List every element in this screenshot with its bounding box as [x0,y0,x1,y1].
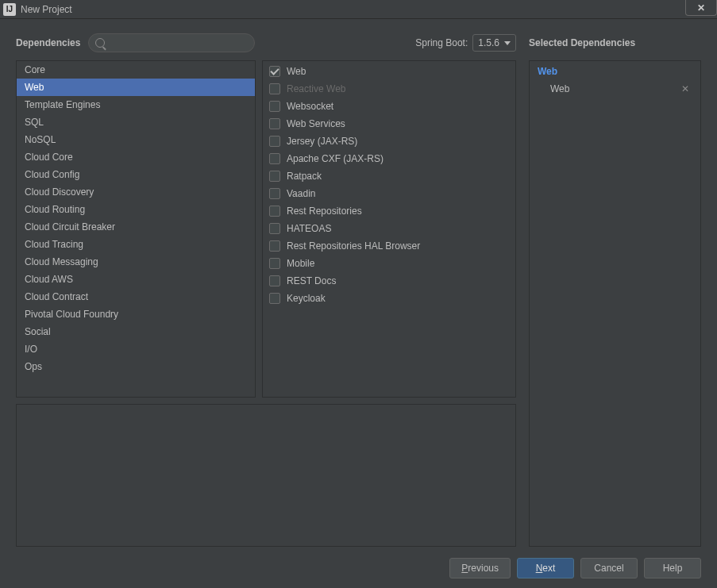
chevron-down-icon [504,41,511,45]
search-input[interactable] [108,37,248,48]
left-header: Dependencies Spring Boot: 1.5.6 [16,33,516,52]
selected-item-label: Web [550,83,569,94]
option-label: Mobile [287,256,314,271]
option-label: Keycloak [287,291,326,306]
close-button[interactable] [685,0,717,16]
category-item[interactable]: Cloud Config [17,166,255,183]
option-item[interactable]: Rest Repositories [263,202,515,220]
option-checkbox[interactable] [269,275,280,286]
option-label: Web [287,64,306,79]
category-item[interactable]: Ops [17,358,255,375]
category-item[interactable]: Cloud Tracing [17,236,255,253]
option-label: REST Docs [287,274,336,288]
option-item[interactable]: Jersey (JAX-RS) [263,133,515,150]
category-item[interactable]: NoSQL [17,131,255,148]
button-row: Previous Next Cancel Help [16,547,701,578]
spring-boot-label: Spring Boot: [415,37,468,48]
category-item[interactable]: Core [17,61,255,79]
option-checkbox[interactable] [269,223,280,234]
spring-boot-version-select[interactable]: 1.5.6 [472,34,516,52]
option-item[interactable]: REST Docs [263,272,515,290]
remove-icon[interactable]: ✕ [678,83,692,94]
window-title: New Project [21,4,72,15]
option-label: Web Services [287,117,345,131]
category-item[interactable]: Web [17,79,255,96]
options-list[interactable]: WebReactive WebWebsocketWeb ServicesJers… [262,60,516,398]
option-label: Jersey (JAX-RS) [287,134,357,148]
left-panel: Dependencies Spring Boot: 1.5.6 CoreWebT… [16,33,516,547]
option-item[interactable]: Mobile [263,255,515,272]
option-item[interactable]: Rest Repositories HAL Browser [263,237,515,255]
selected-dependencies-list: WebWeb✕ [529,60,701,547]
titlebar: IJ New Project [0,0,717,19]
main-area: Dependencies Spring Boot: 1.5.6 CoreWebT… [16,33,701,547]
category-item[interactable]: Cloud AWS [17,271,255,288]
option-label: Websocket [287,99,333,113]
option-item[interactable]: Web Services [263,115,515,133]
previous-button[interactable]: Previous [449,558,511,578]
category-item[interactable]: Cloud Routing [17,201,255,218]
right-panel: Selected Dependencies WebWeb✕ [529,33,701,547]
option-item[interactable]: Websocket [263,98,515,115]
option-checkbox[interactable] [269,171,280,182]
content: Dependencies Spring Boot: 1.5.6 CoreWebT… [0,19,717,588]
categories-list[interactable]: CoreWebTemplate EnginesSQLNoSQLCloud Cor… [16,60,256,398]
option-checkbox[interactable] [269,293,280,304]
option-checkbox[interactable] [269,188,280,199]
option-checkbox[interactable] [269,206,280,217]
option-item[interactable]: Ratpack [263,167,515,185]
selected-item: Web✕ [538,82,692,96]
option-item[interactable]: Vaadin [263,185,515,202]
cancel-button[interactable]: Cancel [580,558,638,578]
option-item[interactable]: HATEOAS [263,220,515,237]
category-item[interactable]: I/O [17,340,255,358]
category-item[interactable]: Cloud Messaging [17,253,255,271]
selected-dependencies-title: Selected Dependencies [529,33,701,52]
option-label: HATEOAS [287,221,331,236]
category-item[interactable]: Cloud Circuit Breaker [17,218,255,236]
description-panel [16,404,516,547]
help-button[interactable]: Help [644,558,701,578]
search-icon [95,38,105,48]
option-checkbox[interactable] [269,118,280,129]
previous-rest: revious [468,563,499,574]
option-checkbox[interactable] [269,258,280,269]
search-box[interactable] [88,33,255,52]
dependencies-label: Dependencies [16,37,80,48]
option-checkbox[interactable] [269,153,280,164]
category-item[interactable]: SQL [17,113,255,131]
category-item[interactable]: Template Engines [17,96,255,113]
category-item[interactable]: Cloud Discovery [17,183,255,201]
category-item[interactable]: Pivotal Cloud Foundry [17,306,255,323]
option-item: Reactive Web [263,80,515,98]
option-item[interactable]: Keycloak [263,290,515,307]
option-checkbox[interactable] [269,136,280,147]
option-label: Vaadin [287,186,315,201]
option-item[interactable]: Apache CXF (JAX-RS) [263,150,515,167]
option-checkbox [269,83,280,94]
panels-row: CoreWebTemplate EnginesSQLNoSQLCloud Cor… [16,60,516,398]
option-label: Ratpack [287,169,322,183]
option-checkbox[interactable] [269,240,280,252]
next-button[interactable]: Next [517,558,574,578]
option-item[interactable]: Web [263,63,515,80]
option-label: Reactive Web [287,82,345,96]
category-item[interactable]: Cloud Contract [17,288,255,306]
next-rest: ext [542,563,555,574]
option-label: Rest Repositories HAL Browser [287,239,420,253]
app-icon: IJ [3,3,16,16]
category-item[interactable]: Cloud Core [17,148,255,166]
option-checkbox[interactable] [269,101,280,112]
selected-group-header: Web [538,66,692,77]
option-checkbox[interactable] [269,66,280,77]
spring-boot-block: Spring Boot: 1.5.6 [415,34,516,52]
spring-boot-version-value: 1.5.6 [478,37,499,48]
category-item[interactable]: Social [17,323,255,340]
option-label: Rest Repositories [287,204,362,218]
option-label: Apache CXF (JAX-RS) [287,152,384,166]
